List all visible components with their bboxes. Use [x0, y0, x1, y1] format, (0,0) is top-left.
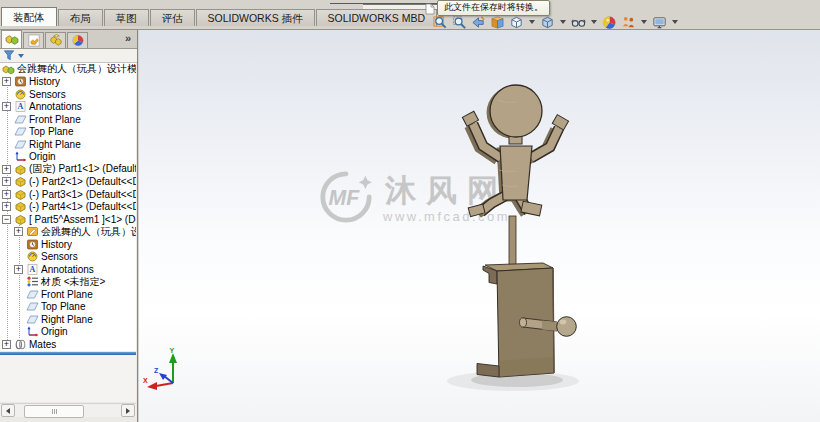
filter-dropdown-arrow[interactable] [18, 54, 24, 58]
filter-funnel-icon[interactable] [3, 47, 15, 65]
ribbon-tab-3[interactable]: 评估 [150, 9, 195, 26]
annotations-icon: A [26, 264, 39, 275]
plane-icon [14, 139, 27, 150]
tree-filter-row[interactable] [0, 49, 137, 63]
tree-row[interactable]: Origin [0, 326, 136, 339]
tree-row[interactable]: Sensors [0, 88, 136, 101]
tree-item-label: Annotations [29, 101, 82, 112]
sensors-icon [26, 251, 39, 262]
scroll-thumb[interactable] [24, 405, 84, 418]
panel-h-scrollbar[interactable] [0, 403, 136, 417]
display-style-icon[interactable] [539, 14, 556, 31]
expand-toggle[interactable]: + [14, 227, 23, 236]
ribbon-tab-1[interactable]: 布局 [58, 9, 103, 26]
hide-show-items-icon[interactable] [570, 14, 587, 31]
ribbon-tab-2[interactable]: 草图 [104, 9, 149, 26]
tree-row[interactable]: +(固定) Part1<1> (Default<- [0, 163, 136, 176]
apply-scene-dropdown-arrow[interactable] [641, 20, 647, 24]
tree-row[interactable]: +AAnnotations [0, 101, 136, 114]
crank-knob[interactable] [557, 317, 577, 337]
svg-text:A: A [18, 102, 24, 111]
view-orientation-dropdown-arrow[interactable] [529, 20, 535, 24]
tree-row[interactable]: +Mates [0, 338, 136, 351]
reference-triad: Y X Z [143, 346, 193, 396]
scroll-track[interactable] [16, 405, 120, 416]
expand-toggle[interactable]: − [2, 215, 11, 224]
figure-head[interactable] [490, 85, 542, 137]
expand-toggle[interactable]: + [2, 77, 11, 86]
ribbon-tab-4[interactable]: SOLIDWORKS 插件 [196, 9, 315, 26]
expand-toggle[interactable]: + [14, 265, 23, 274]
tree-row[interactable]: Origin [0, 151, 136, 164]
section-view-icon[interactable] [489, 14, 506, 31]
ribbon-tab-0[interactable]: 装配体 [1, 7, 57, 26]
zoom-fit-icon[interactable] [432, 14, 449, 31]
expand-toggle[interactable]: + [2, 340, 11, 349]
tree-item-label: (固定) Part1<1> (Default<- [29, 163, 136, 176]
annotations-icon: A [14, 101, 27, 112]
save-convert-tooltip: 此文件在保存时将转换。 [437, 0, 550, 16]
previous-view-icon[interactable] [470, 14, 487, 31]
tree-row[interactable]: Right Plane [0, 138, 136, 151]
propertymanager-tab[interactable] [23, 32, 44, 48]
tree-row[interactable]: Front Plane [0, 113, 136, 126]
left-arrow-icon [6, 408, 10, 414]
tree-row[interactable]: +(-) Part4<1> (Default<<De [0, 201, 136, 214]
tree-row[interactable]: +AAnnotations [0, 263, 136, 276]
tree-row[interactable]: +(-) Part2<1> (Default<<De [0, 176, 136, 189]
model-dancing-toy[interactable] [439, 60, 639, 400]
expand-toggle[interactable]: + [2, 102, 11, 111]
triad-x-label: X [143, 377, 148, 384]
plane-icon [26, 289, 39, 300]
history-icon [26, 239, 39, 250]
material-icon [26, 276, 39, 287]
displaymanager-tab[interactable] [67, 32, 88, 48]
scroll-left-button[interactable] [1, 404, 15, 417]
tree-row[interactable]: 材质 <未指定> [0, 276, 136, 289]
apply-scene-icon[interactable] [620, 14, 637, 31]
edit-appearance-icon[interactable] [601, 14, 618, 31]
view-orientation-icon[interactable] [508, 14, 525, 31]
tree-row[interactable]: 会跳舞的人（玩具）设计模型 (D [0, 63, 136, 76]
view-settings-icon[interactable] [651, 14, 668, 31]
configurationmanager-tab[interactable] [45, 32, 66, 48]
tree-row[interactable]: −[ Part5^Assem1 ]<1> (Def [0, 213, 136, 226]
display-style-dropdown-arrow[interactable] [560, 20, 566, 24]
tree-row[interactable]: +会跳舞的人（玩具）设计 [0, 226, 136, 239]
tree-row[interactable]: Top Plane [0, 301, 136, 314]
design-icon [26, 226, 39, 237]
tree-row[interactable]: +History [0, 76, 136, 89]
expand-toggle[interactable]: + [2, 190, 11, 199]
zoom-area-icon[interactable] [451, 14, 468, 31]
tree-item-label: Top Plane [29, 126, 73, 137]
tree-row[interactable]: History [0, 238, 136, 251]
featuremanager-tab[interactable] [1, 30, 22, 48]
tree-item-label: History [41, 239, 72, 250]
tree-row[interactable]: Top Plane [0, 126, 136, 139]
graphics-area[interactable]: MF 沐风网 www.mfcad.com [139, 30, 820, 422]
expand-toggle[interactable]: + [2, 177, 11, 186]
mfcad-logo-icon: MF [317, 168, 375, 230]
tree-item-label: Right Plane [41, 314, 93, 325]
expand-toggle[interactable]: + [2, 165, 11, 174]
right-arrow-icon [126, 408, 130, 414]
solidworks-window: 装配体布局草图评估SOLIDWORKS 插件SOLIDWORKS MBD 此文件… [0, 0, 820, 422]
panel-overflow-chevron[interactable]: » [125, 32, 131, 44]
panel-tabs [0, 30, 137, 49]
expand-toggle[interactable]: + [2, 202, 11, 211]
ribbon-tab-5[interactable]: SOLIDWORKS MBD [316, 9, 437, 26]
tree-row[interactable]: Sensors [0, 251, 136, 264]
sensors-icon [14, 89, 27, 100]
thumb-grip [56, 409, 57, 414]
scroll-right-button[interactable] [121, 404, 135, 417]
part-icon [14, 201, 27, 212]
featuremanager-panel: » 会跳舞的人（玩具）设计模型 (D+HistorySensors+AAnnot… [0, 30, 138, 422]
tree-row[interactable]: Right Plane [0, 313, 136, 326]
hide-show-items-dropdown-arrow[interactable] [591, 20, 597, 24]
tree-row[interactable]: Front Plane [0, 288, 136, 301]
tree-row[interactable]: +(-) Part3<1> (Default<<De [0, 188, 136, 201]
plane-icon [26, 301, 39, 312]
document-page-icon [425, 1, 435, 13]
model-stick[interactable] [509, 216, 516, 270]
view-settings-dropdown-arrow[interactable] [672, 20, 678, 24]
